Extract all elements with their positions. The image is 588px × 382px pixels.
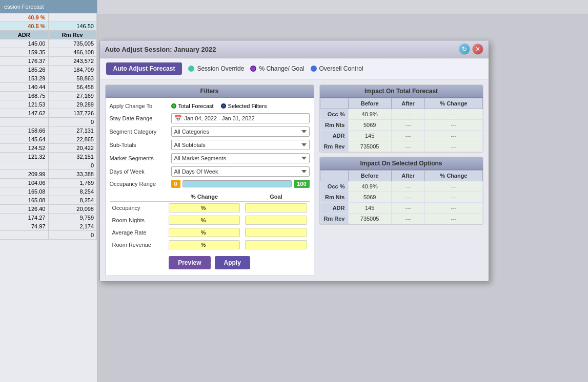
impact-sel-adr: ADR 145 --- --- — [320, 203, 482, 214]
date-value: Jan 04, 2022 - Jan 31, 2022 — [185, 115, 255, 121]
filter-row-days-of-week: Days of Week All Days Of Week — [110, 166, 310, 177]
is-occ-pct: --- — [425, 181, 482, 192]
avg-rate-goal-input[interactable] — [248, 229, 276, 236]
tab-pct-change-goal[interactable]: % Change/ Goal — [250, 65, 304, 72]
is-rmrev-pct: --- — [425, 214, 482, 224]
filter-row-occupancy-range: Occupancy Range 0 100 — [110, 180, 310, 188]
is-adr-label: ADR — [320, 203, 348, 214]
occ-min-badge: 0 — [171, 180, 180, 188]
occupancy-goal-input-wrap[interactable] — [245, 203, 307, 213]
date-input-wrapper[interactable]: 📅 Jan 04, 2022 - Jan 31, 2022 — [171, 113, 310, 123]
segment-category-label: Segment Category — [110, 128, 171, 136]
room-nights-pct-symbol: % — [201, 217, 206, 223]
filter-row-segment-category: Segment Category All Categories — [110, 126, 310, 137]
radio-total-forecast-label: Total Forecast — [178, 103, 214, 109]
tab-auto-adjust-forecast[interactable]: Auto Adjust Forecast — [106, 62, 183, 75]
it-rmn-before: 5069 — [348, 120, 391, 131]
room-nights-pct-wrap[interactable]: % — [169, 216, 240, 225]
is-rmn-after: --- — [391, 192, 425, 203]
refresh-button[interactable]: ↻ — [459, 44, 470, 55]
is-adr-after: --- — [391, 203, 425, 214]
avg-rate-pct-wrap[interactable]: % — [169, 228, 240, 237]
impact-total-panel: Impact On Total Forecast Before After % … — [319, 84, 483, 153]
segment-category-select[interactable]: All Categories — [171, 126, 310, 137]
tabs-row: Auto Adjust Forecast Session Override % … — [100, 58, 489, 79]
occupancy-range-control: 0 100 — [171, 180, 310, 188]
impact-sel-col-before: Before — [348, 171, 391, 181]
right-column: Impact On Total Forecast Before After % … — [319, 84, 483, 276]
radio-total-forecast[interactable]: Total Forecast — [171, 103, 214, 109]
filters-body: Apply Change To Total Forecast Selected … — [106, 98, 314, 275]
occupancy-pct-symbol: % — [201, 205, 206, 211]
modal-controls: ↻ ✕ — [459, 44, 483, 55]
purple-dot-icon — [250, 66, 256, 72]
cg-empty-header — [110, 192, 166, 202]
subtotals-label: Sub-Totals — [110, 141, 171, 149]
occupancy-slider[interactable] — [183, 180, 292, 187]
radio-green-icon — [171, 103, 176, 109]
avg-rate-pct-input[interactable] — [172, 229, 200, 236]
radio-navy-icon — [221, 103, 226, 109]
it-rmrev-before: 735005 — [348, 141, 391, 152]
occupancy-goal-input[interactable] — [248, 205, 276, 211]
room-rev-goal-input[interactable] — [248, 242, 276, 248]
filters-header: Filters — [106, 85, 314, 98]
it-occ-after: --- — [391, 109, 425, 120]
impact-sel-rmrev: Rm Rev 735005 --- --- — [320, 214, 482, 224]
room-nights-goal-input[interactable] — [248, 217, 276, 223]
is-rmn-label: Rm Nts — [320, 192, 348, 203]
change-goal-table: % Change Goal Occupancy % — [110, 192, 310, 251]
occ-max-badge: 100 — [294, 180, 309, 188]
room-rev-pct-wrap[interactable]: % — [169, 240, 240, 249]
room-nights-goal-cell — [242, 214, 309, 226]
it-adr-before: 145 — [348, 131, 391, 141]
modal-titlebar: Auto Adjust Session: January 2022 ↻ ✕ — [100, 40, 489, 58]
room-nights-pct-input[interactable] — [172, 217, 200, 223]
occupancy-range-label: Occupancy Range — [110, 180, 171, 188]
avg-rate-goal-wrap[interactable] — [245, 228, 307, 237]
subtotals-select[interactable]: All Subtotals — [171, 140, 310, 150]
preview-button[interactable]: Preview — [169, 256, 210, 269]
date-range-control: 📅 Jan 04, 2022 - Jan 31, 2022 — [171, 113, 310, 123]
room-nights-pct-cell: % — [166, 214, 243, 226]
filters-panel: Filters Apply Change To Total Forecast — [105, 84, 314, 276]
it-adr-label: ADR — [320, 131, 348, 141]
cg-row-average-rate: Average Rate % — [110, 226, 310, 239]
blue-dot-icon — [311, 66, 317, 72]
filter-row-date-range: Stay Date Range 📅 Jan 04, 2022 - Jan 31,… — [110, 113, 310, 123]
filter-row-market-segments: Market Segments All Market Segments — [110, 153, 310, 163]
avg-rate-pct-cell: % — [166, 226, 243, 239]
modal-title: Auto Adjust Session: January 2022 — [105, 46, 216, 53]
date-range-label: Stay Date Range — [110, 114, 171, 122]
room-rev-pct-input[interactable] — [172, 242, 200, 248]
apply-button[interactable]: Apply — [215, 256, 250, 269]
tab-session-override[interactable]: Session Override — [188, 65, 244, 72]
tab-oversell-control[interactable]: Oversell Control — [311, 65, 363, 72]
impact-sel-col-pct: % Change — [425, 171, 482, 181]
it-rmn-label: Rm Nts — [320, 120, 348, 131]
occupancy-pct-input-wrap[interactable]: % — [169, 203, 240, 213]
radio-selected-filters[interactable]: Selected Filters — [221, 103, 267, 109]
market-segments-label: Market Segments — [110, 154, 171, 162]
room-revenue-label: Room Revenue — [110, 239, 166, 251]
filter-row-apply-change: Apply Change To Total Forecast Selected … — [110, 102, 310, 110]
impact-sel-col-after: After — [391, 171, 425, 181]
is-rmrev-label: Rm Rev — [320, 214, 348, 224]
impact-selected-header: Impact On Selected Options — [320, 157, 483, 170]
impact-total-col-pct: % Change — [425, 98, 482, 109]
modal-body: Filters Apply Change To Total Forecast — [100, 79, 489, 281]
is-occ-after: --- — [391, 181, 425, 192]
is-rmn-before: 5069 — [348, 192, 391, 203]
is-rmrev-after: --- — [391, 214, 425, 224]
room-nights-goal-wrap[interactable] — [245, 216, 307, 225]
is-adr-pct: --- — [425, 203, 482, 214]
it-rmrev-after: --- — [391, 141, 425, 152]
close-button[interactable]: ✕ — [472, 44, 483, 55]
room-rev-goal-wrap[interactable] — [245, 240, 307, 249]
occupancy-pct-input[interactable] — [172, 205, 200, 211]
market-segments-select[interactable]: All Market Segments — [171, 153, 310, 163]
days-of-week-label: Days of Week — [110, 167, 171, 176]
days-of-week-select[interactable]: All Days Of Week — [171, 166, 310, 177]
is-occ-before: 40.9% — [348, 181, 391, 192]
impact-total-header: Impact On Total Forecast — [320, 85, 483, 98]
